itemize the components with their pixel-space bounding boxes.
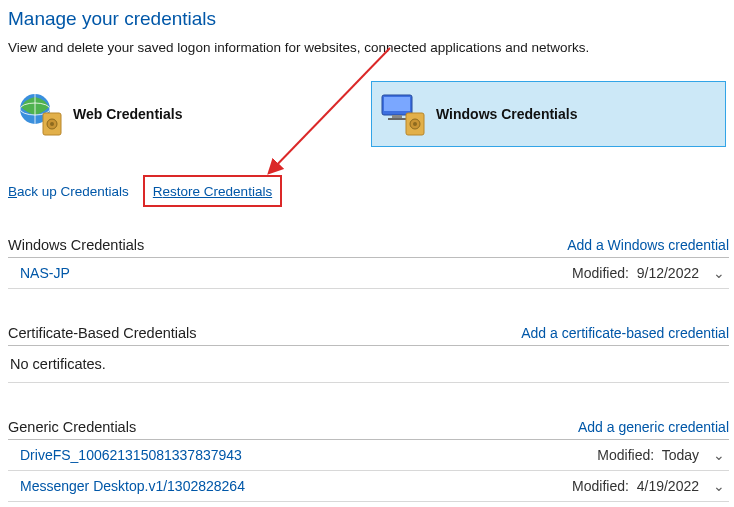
generic-credentials-section-header: Generic Credentials Add a generic creden… [8, 417, 729, 440]
add-windows-credential-link[interactable]: Add a Windows credential [567, 237, 729, 253]
monitor-vault-icon [378, 89, 428, 139]
globe-vault-icon [15, 89, 65, 139]
tab-windows-credentials-label: Windows Credentials [436, 106, 577, 122]
certificate-credentials-section-header: Certificate-Based Credentials Add a cert… [8, 323, 729, 346]
chevron-down-icon[interactable]: ⌄ [713, 265, 725, 281]
windows-credentials-title: Windows Credentials [8, 237, 144, 253]
add-generic-credential-link[interactable]: Add a generic credential [578, 419, 729, 435]
credential-modified: Modified: Today [597, 447, 699, 463]
credential-type-tabs: Web Credentials Windows Credentials [8, 81, 729, 147]
credential-name: DriveFS_100621315081337837943 [20, 447, 242, 463]
certificate-credentials-title: Certificate-Based Credentials [8, 325, 197, 341]
annotation-highlight-box: Restore Credentials [143, 175, 282, 207]
page-title: Manage your credentials [8, 8, 729, 30]
svg-rect-7 [384, 97, 410, 111]
windows-credentials-section-header: Windows Credentials Add a Windows creden… [8, 235, 729, 258]
add-certificate-credential-link[interactable]: Add a certificate-based credential [521, 325, 729, 341]
credential-row[interactable]: Messenger Desktop.v1/1302828264 Modified… [8, 471, 729, 502]
credential-name: NAS-JP [20, 265, 70, 281]
page-subtitle: View and delete your saved logon informa… [8, 40, 729, 55]
chevron-down-icon[interactable]: ⌄ [713, 447, 725, 463]
credential-row[interactable]: DriveFS_100621315081337837943 Modified: … [8, 440, 729, 471]
chevron-down-icon[interactable]: ⌄ [713, 478, 725, 494]
tab-windows-credentials[interactable]: Windows Credentials [371, 81, 726, 147]
credential-row[interactable]: NAS-JP Modified: 9/12/2022 ⌄ [8, 258, 729, 289]
tab-web-credentials[interactable]: Web Credentials [8, 81, 363, 147]
svg-rect-9 [388, 118, 406, 120]
credential-modified: Modified: 9/12/2022 [572, 265, 699, 281]
credential-modified: Modified: 4/19/2022 [572, 478, 699, 494]
svg-point-5 [50, 122, 54, 126]
svg-point-12 [413, 122, 417, 126]
backup-restore-links: Back up Credentials Restore Credentials [8, 175, 729, 207]
backup-credentials-link[interactable]: Back up Credentials [8, 184, 129, 199]
no-certificates-text: No certificates. [8, 346, 729, 383]
credential-name: Messenger Desktop.v1/1302828264 [20, 478, 245, 494]
restore-credentials-link[interactable]: Restore Credentials [153, 184, 272, 199]
tab-web-credentials-label: Web Credentials [73, 106, 182, 122]
generic-credentials-title: Generic Credentials [8, 419, 136, 435]
svg-rect-8 [392, 115, 402, 118]
